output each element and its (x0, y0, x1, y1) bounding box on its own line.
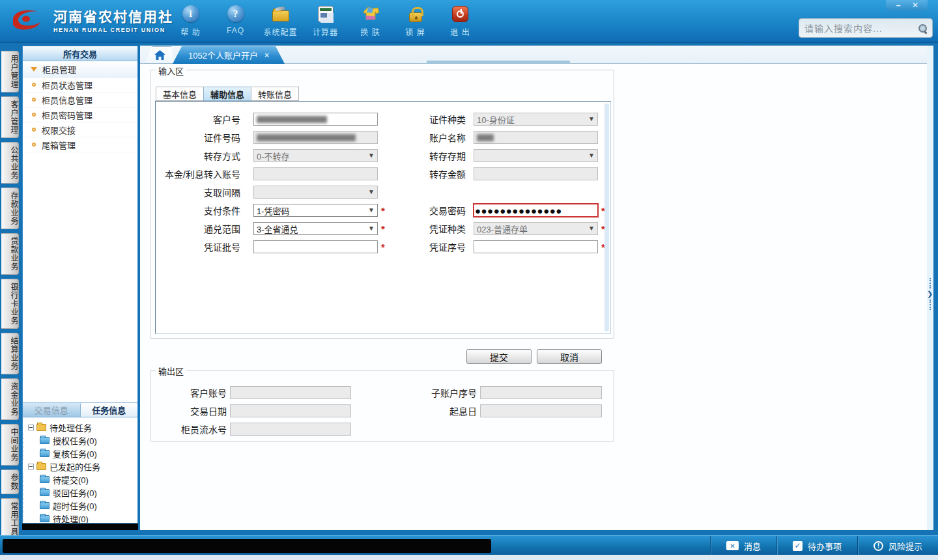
rollover-amount-input[interactable] (474, 167, 598, 180)
redacted-region (3, 539, 491, 553)
tree-item-rejected-tasks[interactable]: 驳回任务(0) (23, 486, 137, 499)
tree-item-initiated-tasks[interactable]: 已发起的任务 (23, 460, 137, 473)
customer-no-input[interactable] (253, 113, 378, 126)
trade-date-output (230, 404, 351, 417)
chevron-down-icon: ▼ (368, 206, 375, 214)
tab-basic-info[interactable]: 基本信息 (156, 87, 203, 101)
tab-personal-account-opening[interactable]: 1052个人账户开户 × (173, 46, 285, 64)
principal-account-label: 本金/利息转入账号 (156, 167, 240, 180)
tree-item-auth-tasks[interactable]: 授权任务(0) (23, 434, 137, 447)
voucher-serial-input[interactable] (474, 240, 598, 253)
tree-item-review-tasks[interactable]: 复核任务(0) (23, 447, 137, 460)
tree-collapse-icon[interactable] (28, 425, 34, 430)
sidebar-item-cashbox-mgmt[interactable]: 尾箱管理 (23, 137, 137, 152)
withdraw-interval-select[interactable]: ▼ (253, 186, 378, 199)
credit-union-logo-icon (9, 5, 47, 34)
tab-transfer-info[interactable]: 转账信息 (251, 87, 299, 101)
module-tab-settlement-biz[interactable]: 结算业务 (1, 333, 19, 374)
voucher-type-select[interactable]: 023-普通存单▼ (474, 222, 598, 235)
form-panel: 客户号 证件种类 10-身份证▼ 证件号码 账户名称 转存方式 0-不转存▼ 转… (155, 101, 611, 334)
bullet-icon (32, 128, 36, 132)
search-input[interactable]: 请输入搜索内容... (799, 18, 933, 38)
tree-item-pending-tasks[interactable]: 待处理任务 (23, 421, 137, 434)
redacted-value (477, 134, 494, 141)
collapse-panel-handle[interactable]: ❯ (927, 277, 933, 311)
submit-button[interactable]: 提交 (466, 349, 532, 364)
risk-alert-button[interactable]: 风险提示 (857, 536, 938, 555)
tree-item-timeout-tasks[interactable]: 超时任务(0) (23, 499, 137, 512)
exchange-scope-select[interactable]: 3-全省通兑▼ (253, 222, 378, 235)
calculator-button[interactable]: 计算器 (303, 4, 348, 39)
voucher-type-label: 凭证种类 (388, 222, 466, 235)
customer-account-output (230, 386, 351, 399)
module-tab-common-tools[interactable]: 常用工具 (1, 498, 19, 540)
bullet-icon (32, 143, 36, 147)
home-icon (154, 50, 165, 60)
rollover-mode-select[interactable]: 0-不转存▼ (253, 149, 378, 162)
sidebar-item-authority-handover[interactable]: 权限交接 (23, 122, 137, 137)
account-name-input[interactable] (474, 131, 598, 144)
module-tab-public-biz[interactable]: 公共业务 (1, 142, 19, 184)
system-config-button[interactable]: 系统配置 (258, 4, 303, 39)
voucher-batch-input[interactable] (253, 240, 378, 253)
module-tab-intermediate-biz[interactable]: 中间业务 (1, 424, 19, 466)
todo-items-button[interactable]: 待办事项 (776, 536, 857, 555)
checkbox-icon (793, 541, 803, 551)
tab-auxiliary-info[interactable]: 辅助信息 (203, 87, 251, 101)
bottom-strip (0, 555, 938, 560)
cancel-button[interactable]: 取消 (537, 349, 602, 364)
tab-close-icon[interactable]: × (264, 51, 269, 60)
module-tab-user-mgmt[interactable]: 用户管理 (1, 51, 19, 92)
module-tab-deposit-biz[interactable]: 存款业务 (1, 188, 19, 229)
sidebar-group-teller-mgmt[interactable]: 柜员管理 (23, 61, 137, 77)
tree-item-to-process[interactable]: 待处理(0) (23, 512, 137, 523)
home-tab[interactable] (145, 46, 175, 64)
cert-no-input[interactable] (253, 131, 378, 144)
change-skin-button[interactable]: 换 肤 (348, 4, 393, 39)
sidebar-item-teller-password[interactable]: 柜员密码管理 (23, 107, 137, 122)
brand-title: 河南省农村信用社 (53, 6, 173, 25)
tab-trade-info[interactable]: 交易信息 (23, 403, 80, 417)
chevron-down-icon: ▼ (588, 225, 595, 232)
chevron-down-icon: ▼ (588, 115, 595, 122)
tree-collapse-icon[interactable] (28, 464, 34, 469)
calculator-icon (318, 6, 334, 22)
form-scrollbar[interactable] (604, 104, 609, 331)
help-icon: i (182, 5, 199, 22)
faq-button[interactable]: ? FAQ (213, 4, 258, 39)
sidebar-item-teller-info[interactable]: 柜员信息管理 (23, 92, 137, 107)
folder-icon (40, 489, 50, 496)
tree-item-to-submit[interactable]: 待提交(0) (23, 473, 137, 486)
chevron-down-icon (31, 67, 37, 72)
document-tabbar: 1052个人账户开户 × (140, 46, 933, 64)
close-button[interactable]: ✕ (907, 1, 924, 10)
faq-icon: ? (227, 5, 244, 22)
output-section-legend: 输出区 (156, 365, 186, 377)
trade-date-label: 交易日期 (157, 404, 227, 417)
pay-condition-select[interactable]: 1-凭密码▼ (253, 204, 378, 217)
module-tab-parameters[interactable]: 参数 (1, 469, 19, 494)
module-tab-customer-mgmt[interactable]: 客户管理 (1, 96, 19, 138)
search-icon[interactable] (918, 24, 927, 33)
principal-account-input[interactable] (253, 167, 378, 180)
module-tab-loan-biz[interactable]: 贷款业务 (1, 233, 19, 275)
folder-icon (40, 515, 50, 522)
chevron-down-icon: ▼ (588, 152, 595, 159)
redacted-value (257, 134, 356, 141)
rollover-term-select[interactable]: ▼ (474, 149, 598, 162)
tab-task-info[interactable]: 任务信息 (80, 403, 138, 417)
messages-button[interactable]: 消息 (710, 536, 776, 555)
exit-button[interactable]: 退 出 (438, 4, 483, 39)
lock-screen-button[interactable]: 锁 屏 (393, 4, 438, 39)
cert-type-select[interactable]: 10-身份证▼ (474, 113, 598, 126)
module-tab-funds-biz[interactable]: 资金业务 (1, 378, 19, 420)
sidebar-bottom-tabs: 交易信息 任务信息 (23, 402, 137, 417)
minimize-button[interactable]: – (890, 1, 907, 10)
sidebar-item-teller-status[interactable]: 柜员状态管理 (23, 77, 137, 92)
pay-condition-label: 支付条件 (162, 204, 240, 217)
tab-scrollbar[interactable] (427, 61, 570, 64)
form-tabs: 基本信息 辅助信息 转账信息 (156, 87, 299, 101)
trade-password-input[interactable]: ●●●●●●●●●●●●●● (474, 204, 598, 217)
help-button[interactable]: i 帮 助 (168, 4, 213, 39)
module-tab-bankcard-biz[interactable]: 银行卡业务 (1, 279, 19, 329)
